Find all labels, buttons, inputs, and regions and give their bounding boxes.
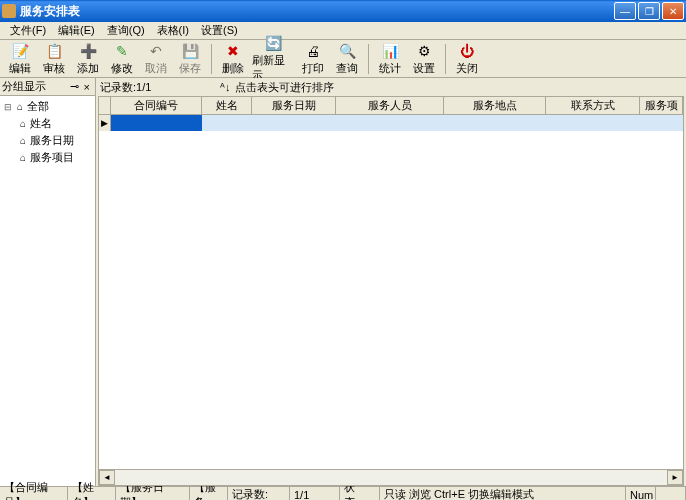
row-marker-icon: ▶ xyxy=(99,115,111,131)
work-area: 分组显示 ⊸ × ⊟ ⌂ 全部 ⌂姓名 ⌂服务日期 ⌂服务项目 记录数:1/1 … xyxy=(0,78,686,486)
home-icon: ⌂ xyxy=(16,152,30,163)
info-row: 记录数:1/1 ᴬ↓ 点击表头可进行排序 xyxy=(96,78,686,96)
scroll-right-icon[interactable]: ► xyxy=(667,470,683,485)
toolbar: 📝编辑 📋审核 ➕添加 ✎修改 ↶取消 💾保存 ✖删除 🔄刷新显示 🖨打印 🔍查… xyxy=(0,40,686,78)
status-field: 【服务日期】： xyxy=(116,487,190,500)
column-header[interactable]: 姓名 xyxy=(202,97,252,114)
column-header[interactable]: 合同编号 xyxy=(111,97,202,114)
power-icon: ⏻ xyxy=(458,42,476,60)
status-empty xyxy=(656,487,686,500)
column-header[interactable]: 服务人员 xyxy=(336,97,444,114)
data-grid: 合同编号 姓名 服务日期 服务人员 服务地点 联系方式 服务项 ▶ ◄ ► xyxy=(98,96,684,486)
menu-query[interactable]: 查询(Q) xyxy=(101,22,151,39)
main-panel: 记录数:1/1 ᴬ↓ 点击表头可进行排序 合同编号 姓名 服务日期 服务人员 服… xyxy=(96,78,686,486)
grid-header: 合同编号 姓名 服务日期 服务人员 服务地点 联系方式 服务项 xyxy=(99,97,683,115)
toolbar-separator xyxy=(368,44,369,74)
toolbar-separator xyxy=(445,44,446,74)
tree-item[interactable]: ⌂服务项目 xyxy=(2,149,93,166)
column-header[interactable]: 服务项 xyxy=(640,97,683,114)
side-header: 分组显示 ⊸ × xyxy=(0,78,95,96)
tool-settings[interactable]: ⚙设置 xyxy=(408,41,440,77)
tool-save: 💾保存 xyxy=(174,41,206,77)
table-row[interactable]: ▶ xyxy=(99,115,683,131)
home-icon: ⌂ xyxy=(13,101,27,112)
record-count: 记录数:1/1 xyxy=(100,80,220,95)
selected-cell[interactable] xyxy=(111,115,202,131)
home-icon: ⌂ xyxy=(16,118,30,129)
tool-print[interactable]: 🖨打印 xyxy=(297,41,329,77)
close-button[interactable]: ✕ xyxy=(662,2,684,20)
tool-edit[interactable]: 📝编辑 xyxy=(4,41,36,77)
column-header[interactable]: 服务日期 xyxy=(252,97,336,114)
row-indicator-header xyxy=(99,97,111,114)
tool-add[interactable]: ➕添加 xyxy=(72,41,104,77)
close-panel-icon[interactable]: × xyxy=(81,81,93,93)
tool-review[interactable]: 📋审核 xyxy=(38,41,70,77)
tool-query[interactable]: 🔍查询 xyxy=(331,41,363,77)
status-record-label: 记录数: xyxy=(228,487,290,500)
menu-table[interactable]: 表格(I) xyxy=(151,22,195,39)
tree: ⊟ ⌂ 全部 ⌂姓名 ⌂服务日期 ⌂服务项目 xyxy=(0,96,95,486)
edit-icon: 📝 xyxy=(11,42,29,60)
delete-icon: ✖ xyxy=(224,42,242,60)
statusbar: 【合同编号】： 【姓名】： 【服务日期】： 【服务 记录数: 1/1 状态： 只… xyxy=(0,486,686,500)
sort-hint: 点击表头可进行排序 xyxy=(235,80,334,95)
menu-file[interactable]: 文件(F) xyxy=(4,22,52,39)
stats-icon: 📊 xyxy=(381,42,399,60)
tool-delete[interactable]: ✖删除 xyxy=(217,41,249,77)
menubar: 文件(F) 编辑(E) 查询(Q) 表格(I) 设置(S) xyxy=(0,22,686,40)
status-record-value: 1/1 xyxy=(290,487,340,500)
modify-icon: ✎ xyxy=(113,42,131,60)
titlebar: 服务安排表 — ❐ ✕ xyxy=(0,0,686,22)
refresh-icon: 🔄 xyxy=(264,34,282,52)
tool-close[interactable]: ⏻关闭 xyxy=(451,41,483,77)
scroll-track[interactable] xyxy=(115,470,667,485)
save-icon: 💾 xyxy=(181,42,199,60)
menu-edit[interactable]: 编辑(E) xyxy=(52,22,101,39)
status-numlock: Num xyxy=(626,487,656,500)
status-field: 【合同编号】： xyxy=(0,487,68,500)
menu-settings[interactable]: 设置(S) xyxy=(195,22,244,39)
status-field: 【姓名】： xyxy=(68,487,116,500)
scroll-left-icon[interactable]: ◄ xyxy=(99,470,115,485)
side-title: 分组显示 xyxy=(2,79,46,94)
add-icon: ➕ xyxy=(79,42,97,60)
status-field: 【服务 xyxy=(190,487,228,500)
tree-root[interactable]: ⊟ ⌂ 全部 xyxy=(2,98,93,115)
row-cells[interactable] xyxy=(202,115,683,131)
review-icon: 📋 xyxy=(45,42,63,60)
side-panel: 分组显示 ⊸ × ⊟ ⌂ 全部 ⌂姓名 ⌂服务日期 ⌂服务项目 xyxy=(0,78,96,486)
home-icon: ⌂ xyxy=(16,135,30,146)
window-title: 服务安排表 xyxy=(20,3,612,20)
horizontal-scrollbar[interactable]: ◄ ► xyxy=(99,469,683,485)
status-state-label: 状态： xyxy=(340,487,380,500)
sort-hint-icon: ᴬ↓ xyxy=(220,81,231,94)
minimize-button[interactable]: — xyxy=(614,2,636,20)
status-mode: 只读 浏览 Ctrl+E 切换编辑模式 xyxy=(380,487,626,500)
tool-refresh[interactable]: 🔄刷新显示 xyxy=(251,33,295,84)
tool-modify[interactable]: ✎修改 xyxy=(106,41,138,77)
tree-item[interactable]: ⌂姓名 xyxy=(2,115,93,132)
search-icon: 🔍 xyxy=(338,42,356,60)
gear-icon: ⚙ xyxy=(415,42,433,60)
cancel-icon: ↶ xyxy=(147,42,165,60)
tree-root-label: 全部 xyxy=(27,99,49,114)
pin-icon[interactable]: ⊸ xyxy=(68,80,81,93)
maximize-button[interactable]: ❐ xyxy=(638,2,660,20)
toolbar-separator xyxy=(211,44,212,74)
column-header[interactable]: 联系方式 xyxy=(546,97,640,114)
print-icon: 🖨 xyxy=(304,42,322,60)
column-header[interactable]: 服务地点 xyxy=(444,97,546,114)
tool-cancel: ↶取消 xyxy=(140,41,172,77)
app-icon xyxy=(2,4,16,18)
tree-item[interactable]: ⌂服务日期 xyxy=(2,132,93,149)
tool-stats[interactable]: 📊统计 xyxy=(374,41,406,77)
collapse-icon[interactable]: ⊟ xyxy=(2,102,13,112)
